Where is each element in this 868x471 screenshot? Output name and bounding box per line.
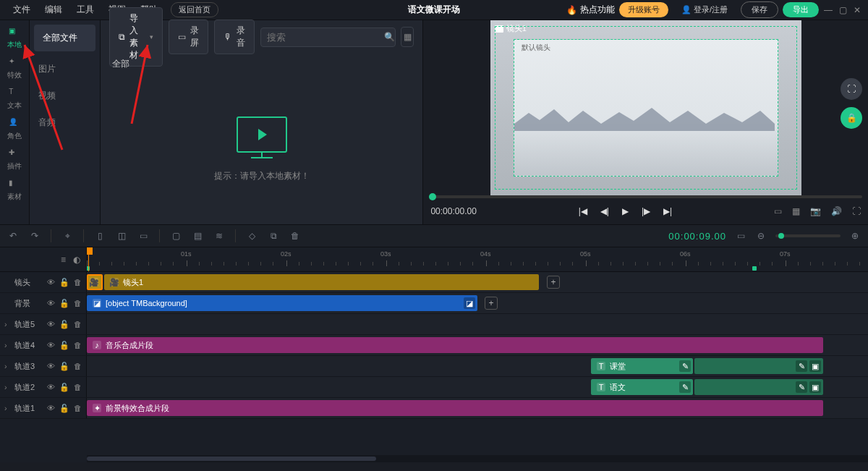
clip-handle[interactable]: ▣ bbox=[809, 381, 821, 393]
filecat-all[interactable]: 全部文件 bbox=[34, 25, 95, 51]
clip-text-chinese[interactable]: T语文✎ bbox=[591, 379, 693, 395]
copy-tool[interactable]: ⧉ bbox=[268, 230, 279, 242]
chevron-right-icon[interactable]: › bbox=[4, 383, 10, 391]
clip-shot1[interactable]: 🎥镜头1 bbox=[104, 274, 539, 290]
save-button[interactable]: 保存 bbox=[741, 1, 778, 18]
delete-track-icon[interactable]: 🗑 bbox=[74, 341, 82, 349]
preview-scrubber[interactable] bbox=[429, 195, 862, 198]
split-tool[interactable]: ▯ bbox=[94, 230, 106, 242]
redo-button[interactable]: ↷ bbox=[29, 230, 41, 242]
nav-text[interactable]: T文本 bbox=[2, 87, 27, 111]
visibility-icon[interactable]: 👁 bbox=[47, 383, 55, 391]
lock-icon[interactable]: 🔓 bbox=[59, 299, 69, 308]
clip-handle[interactable]: ✎ bbox=[679, 381, 691, 393]
clip-background[interactable]: ◪[object TMBackground]◪ bbox=[87, 295, 477, 311]
clip-handle[interactable]: ✎ bbox=[679, 360, 691, 372]
add-bg-button[interactable]: + bbox=[485, 297, 498, 310]
menu-edit[interactable]: 编辑 bbox=[38, 4, 69, 16]
nav-role[interactable]: 👤角色 bbox=[2, 117, 27, 142]
window-minimize-icon[interactable]: — bbox=[823, 5, 833, 15]
asset-filter-all[interactable]: 全部 bbox=[101, 54, 422, 75]
clip-handle[interactable]: ✎ bbox=[796, 381, 807, 393]
timeline-settings-icon[interactable]: ◐ bbox=[73, 255, 80, 265]
visibility-icon[interactable]: 👁 bbox=[47, 362, 55, 370]
filecat-audio[interactable]: 音频 bbox=[30, 109, 100, 136]
timeline-h-scrollbar[interactable] bbox=[87, 455, 868, 462]
window-maximize-icon[interactable]: ▢ bbox=[838, 5, 848, 15]
nav-effects[interactable]: ✦特效 bbox=[2, 56, 27, 81]
next-frame-button[interactable]: |▶ bbox=[642, 206, 650, 216]
clip-handle[interactable]: ▣ bbox=[809, 360, 821, 372]
nav-local[interactable]: ▣本地 bbox=[2, 26, 27, 51]
undo-button[interactable]: ↶ bbox=[7, 230, 19, 242]
nav-plugin[interactable]: ✚插件 bbox=[2, 148, 27, 172]
filecat-video[interactable]: 视频 bbox=[30, 82, 100, 109]
asset-search-input[interactable] bbox=[260, 27, 396, 47]
playhead[interactable] bbox=[88, 247, 89, 271]
timeline-menu-icon[interactable]: ≡ bbox=[61, 255, 66, 265]
delete-track-icon[interactable]: 🗑 bbox=[74, 320, 82, 328]
zoom-out-button[interactable]: ⊖ bbox=[755, 230, 767, 242]
play-button[interactable]: ▶ bbox=[622, 206, 629, 216]
clip-end-handle[interactable]: ◪ bbox=[464, 297, 475, 309]
chevron-right-icon[interactable]: › bbox=[4, 404, 10, 412]
snapshot-icon[interactable]: 📷 bbox=[810, 206, 821, 216]
chevron-right-icon[interactable]: › bbox=[4, 320, 10, 328]
clip-music[interactable]: ♪音乐合成片段 bbox=[87, 337, 823, 353]
menu-file[interactable]: 文件 bbox=[6, 4, 38, 16]
clip-handle[interactable]: ✎ bbox=[796, 360, 807, 372]
fit-screen-button[interactable]: ⛶ bbox=[841, 78, 862, 100]
delete-track-icon[interactable]: 🗑 bbox=[74, 362, 82, 370]
lock-icon[interactable]: 🔓 bbox=[59, 341, 69, 350]
preview-canvas[interactable]: 镜头1 默认镜头 bbox=[490, 20, 801, 195]
upgrade-button[interactable]: 升级账号 bbox=[619, 2, 668, 17]
delete-track-icon[interactable]: 🗑 bbox=[74, 404, 82, 412]
zoom-in-button[interactable]: ⊕ bbox=[849, 230, 861, 242]
visibility-icon[interactable]: 👁 bbox=[47, 404, 55, 412]
record-screen-button[interactable]: ▭录屏 bbox=[169, 20, 208, 54]
visibility-icon[interactable]: 👁 bbox=[47, 278, 55, 287]
zoom-fit-button[interactable]: ▭ bbox=[735, 230, 746, 242]
add-shot-button[interactable]: + bbox=[547, 276, 560, 289]
clip-text-trail3[interactable]: ✎▣ bbox=[694, 358, 823, 374]
fullscreen-icon[interactable]: ⛶ bbox=[852, 206, 861, 216]
lock-icon[interactable]: 🔓 bbox=[59, 320, 69, 329]
display-mode-icon[interactable]: ▭ bbox=[774, 206, 782, 216]
clip-foreground-fx[interactable]: ✦前景特效合成片段 bbox=[87, 400, 823, 416]
search-icon[interactable]: 🔍 bbox=[384, 32, 395, 42]
lock-view-button[interactable]: 🔒 bbox=[841, 107, 862, 129]
menu-tool[interactable]: 工具 bbox=[69, 4, 101, 16]
lock-icon[interactable]: 🔓 bbox=[59, 383, 69, 392]
login-button[interactable]: 👤 登录/注册 bbox=[673, 2, 736, 17]
lock-icon[interactable]: 🔓 bbox=[59, 362, 69, 371]
window-close-icon[interactable]: ✕ bbox=[852, 5, 862, 15]
visibility-icon[interactable]: 👁 bbox=[47, 299, 55, 307]
chevron-right-icon[interactable]: › bbox=[4, 362, 10, 370]
pointer-tool[interactable]: ⌖ bbox=[61, 230, 73, 242]
timeline-ruler[interactable]: 01s02s03s04s05s06s07s bbox=[87, 247, 868, 271]
delete-track-icon[interactable]: 🗑 bbox=[74, 278, 82, 287]
tool-6[interactable]: ◇ bbox=[246, 230, 258, 242]
lock-icon[interactable]: 🔓 bbox=[59, 278, 69, 287]
clip-text-trail2[interactable]: ✎▣ bbox=[694, 379, 823, 395]
delete-track-icon[interactable]: 🗑 bbox=[74, 383, 82, 391]
goto-end-button[interactable]: ▶| bbox=[663, 206, 672, 216]
clip-text-classroom[interactable]: T课堂✎ bbox=[591, 358, 693, 374]
export-button[interactable]: 导出 bbox=[783, 2, 819, 17]
clip-shot-selected[interactable]: 🎥 bbox=[87, 274, 103, 290]
delete-track-icon[interactable]: 🗑 bbox=[74, 299, 82, 307]
tool-5[interactable]: ▤ bbox=[192, 230, 203, 242]
volume-icon[interactable]: 🔊 bbox=[831, 206, 842, 216]
visibility-icon[interactable]: 👁 bbox=[47, 341, 55, 349]
goto-start-button[interactable]: |◀ bbox=[579, 206, 587, 216]
prev-frame-button[interactable]: ◀| bbox=[600, 206, 609, 216]
crop-tool[interactable]: ◫ bbox=[116, 230, 127, 242]
delete-tool[interactable]: 🗑 bbox=[289, 230, 301, 242]
nav-asset[interactable]: ▮素材 bbox=[2, 178, 27, 203]
grid-view-toggle[interactable]: ▦ bbox=[401, 27, 414, 47]
return-home-button[interactable]: 返回首页 bbox=[171, 2, 218, 17]
lock-icon[interactable]: 🔓 bbox=[59, 404, 69, 413]
filecat-image[interactable]: 图片 bbox=[30, 56, 100, 82]
hot-features-button[interactable]: 🔥热点功能 bbox=[566, 4, 615, 16]
chevron-right-icon[interactable]: › bbox=[4, 341, 10, 349]
